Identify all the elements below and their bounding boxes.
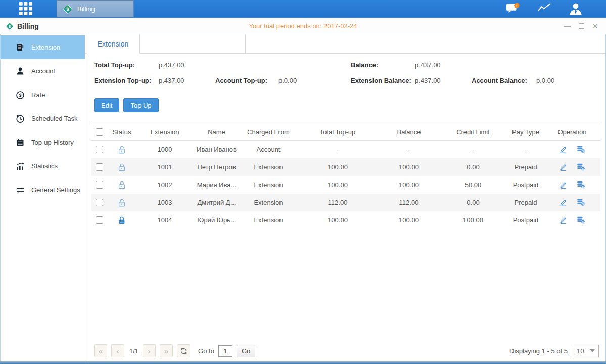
tab-strip-spacer [140,34,246,53]
row-checkbox[interactable] [96,199,103,206]
cell-total_topup: - [296,146,379,153]
cell-charged_from: Extension [241,163,296,171]
unlocked-icon [117,198,126,207]
sidebar-item-top-up-history[interactable]: Top-up History [1,130,85,154]
last-page-button[interactable]: » [160,344,173,357]
topup-coins-icon[interactable]: $ [577,180,585,189]
next-page-button[interactable]: › [143,344,156,357]
cell-pay_type: Postpaid [507,181,544,189]
sidebar-item-account[interactable]: Account [1,59,85,83]
edit-pencil-icon[interactable] [559,216,568,224]
svg-text:$: $ [582,220,584,223]
row-checkbox[interactable] [96,146,103,153]
topup-coins-icon[interactable]: $ [577,145,585,154]
sidebar-item-label: Scheduled Task [31,115,78,122]
account-balance-label: Account Balance: [472,77,536,84]
sidebar-item-label: Account [31,67,55,75]
resource-monitor-icon[interactable] [537,3,551,15]
sidebar-item-rate[interactable]: $Rate [1,83,85,107]
sidebar-item-general-settings[interactable]: General Settings [1,178,85,202]
unlocked-icon [117,163,126,172]
prev-page-button[interactable]: ‹ [111,344,124,357]
first-page-button[interactable]: « [94,344,107,357]
row-checkbox[interactable] [96,163,103,171]
locked-icon [117,216,126,225]
svg-text:!: ! [516,3,517,8]
column-header-balance: Balance [379,128,439,136]
column-header-status: Status [107,128,137,136]
cell-extension: 1002 [137,181,193,189]
sidebar-item-scheduled-task[interactable]: Scheduled Task [1,107,85,130]
scheduled-task-clock-icon [16,114,25,123]
cell-pay_type: Prepaid [507,163,544,171]
cell-extension: 1000 [137,146,193,153]
svg-text:$: $ [66,6,69,12]
cell-charged_from: Extension [241,199,296,206]
cell-pay_type: Postpaid [507,216,544,224]
table-row-1001: 1001Петр ПетровExtension100.00100.000.00… [91,158,600,176]
column-header-name: Name [193,128,241,136]
page-size-select[interactable]: 10 [573,345,599,357]
table-row-1003: 1003Дмитрий Д...Extension112.00112.000.0… [91,194,600,211]
sidebar-item-extension[interactable]: Extension [1,35,85,59]
edit-pencil-icon[interactable] [559,180,568,189]
tab-strip: Extension [85,34,605,54]
extension-balance-label: Extension Balance: [351,77,415,84]
app-tab-billing[interactable]: $ Billing [57,0,134,17]
maximize-icon[interactable] [579,22,584,30]
messages-icon[interactable]: ! [506,3,520,15]
page-indicator: 1/1 [129,347,138,355]
refresh-icon[interactable] [177,344,190,357]
edit-pencil-icon[interactable] [559,163,568,171]
edit-pencil-icon[interactable] [559,145,568,154]
cell-extension: 1003 [137,199,193,206]
go-button[interactable]: Go [237,345,255,357]
close-icon[interactable]: × [592,22,598,30]
svg-text:$: $ [19,93,21,98]
topup-coins-icon[interactable]: $ [577,163,585,171]
sidebar-item-label: General Settings [31,186,80,194]
cell-balance: 100.00 [379,216,439,224]
goto-page-input[interactable] [218,345,232,357]
topup-coins-icon[interactable]: $ [577,198,585,207]
svg-text:$: $ [582,150,584,153]
total-topup-value: p.437.00 [159,61,215,69]
sidebar-item-label: Statistics [31,162,58,170]
top-up-button[interactable]: Top Up [123,98,158,112]
extension-topup-value: p.437.00 [159,77,215,84]
tab-extension[interactable]: Extension [86,34,140,54]
cell-charged_from: Account [241,146,296,153]
cell-charged_from: Extension [241,181,296,189]
table-row-1000: 1000Иван ИвановAccount----$ [91,141,600,158]
window-controls: × [485,22,606,30]
cell-balance: 100.00 [379,163,439,171]
topup-history-calendar-icon [16,138,25,147]
app-launcher-grid-icon[interactable] [18,1,33,16]
sidebar: ExtensionAccount$RateScheduled TaskTop-u… [1,34,85,361]
extension-ledger-icon [16,43,25,52]
main-content: Extension Total Top-up: p.437.00 Balance… [85,34,605,361]
displaying-text: Displaying 1 - 5 of 5 [509,347,568,355]
edit-button[interactable]: Edit [94,98,119,112]
chevron-down-icon [590,349,595,352]
extension-table: StatusExtensionNameCharged FromTotal Top… [91,124,600,229]
user-account-icon[interactable] [569,3,583,15]
svg-text:$: $ [9,24,11,28]
account-topup-label: Account Top-up: [215,77,278,84]
sidebar-item-label: Rate [31,91,45,99]
row-checkbox[interactable] [96,181,103,189]
cell-balance: 112.00 [379,199,439,206]
cell-credit_limit: 0.00 [439,199,507,206]
column-header-charged-from: Charged From [241,128,296,136]
topbar-actions: ! [506,3,606,17]
topup-coins-icon[interactable]: $ [577,216,585,224]
select-all-checkbox[interactable] [96,128,103,136]
edit-pencil-icon[interactable] [559,198,568,207]
row-checkbox[interactable] [96,216,103,224]
billing-diamond-icon: $ [5,22,14,31]
sidebar-item-statistics[interactable]: Statistics [1,154,85,178]
cell-name: Дмитрий Д... [193,199,241,206]
window-bottom-edge [0,361,606,364]
goto-label: Go to [198,347,214,355]
minimize-icon[interactable] [564,22,571,30]
